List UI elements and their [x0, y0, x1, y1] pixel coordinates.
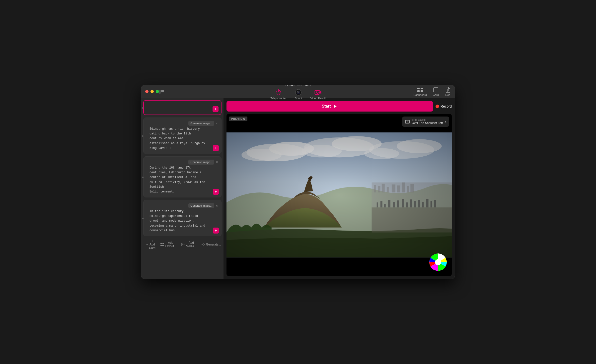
- card-label: Card: [433, 93, 439, 96]
- slide-layout-value: Over The Shoulder Left: [412, 121, 443, 125]
- svg-rect-72: [408, 121, 408, 122]
- shoot-label: Shoot: [295, 97, 302, 100]
- slide-layout-badge[interactable]: Slide Layout Over The Shoulder Left ▾: [402, 117, 449, 127]
- tool-dashboard[interactable]: Dashboard: [413, 87, 427, 96]
- main-content: ▶ + ▶ Generate image... × Edinburgh has …: [141, 98, 455, 279]
- add-card-button[interactable]: + + Add Card: [146, 239, 155, 250]
- slide-layout-prefix: Slide Layout: [412, 119, 443, 121]
- card-icon: [433, 87, 439, 93]
- add-media-label: Add Media...: [186, 241, 197, 248]
- svg-rect-1: [161, 90, 164, 91]
- video-pencil-icon: [314, 88, 322, 96]
- record-button[interactable]: Record: [436, 104, 452, 108]
- titlebar-center: Untitled — Edited Teleprompter: [270, 85, 325, 100]
- chevron-down-icon: ▾: [445, 120, 446, 123]
- dashboard-label: Dashboard: [413, 93, 427, 96]
- svg-point-10: [297, 91, 298, 92]
- svg-rect-24: [162, 243, 164, 244]
- tool-teleprompter[interactable]: Teleprompter: [270, 88, 286, 100]
- color-test-card: [429, 253, 447, 271]
- add-button-0[interactable]: +: [213, 106, 219, 112]
- svg-rect-70: [226, 132, 452, 257]
- add-media-icon: [181, 243, 185, 246]
- right-panel: Start Record PREVIEW: [224, 98, 455, 279]
- slide-layout-icon: [405, 120, 410, 123]
- video-pencil-label: Video Pencil: [310, 97, 326, 100]
- svg-point-28: [203, 244, 204, 245]
- close-card-3[interactable]: ×: [215, 204, 218, 208]
- sidebar-toggle[interactable]: [159, 90, 164, 94]
- teleprompter-label: Teleprompter: [270, 97, 286, 100]
- add-button-2[interactable]: +: [213, 189, 219, 195]
- card-3-text: In the 19th century, Edinburgh experienc…: [149, 209, 208, 233]
- tool-doc[interactable]: Doc: [445, 87, 451, 96]
- add-layout-label: Add Layout...: [165, 241, 176, 248]
- close-button[interactable]: [145, 90, 149, 93]
- card-2: ▶ Generate image... × During the 16th an…: [143, 156, 222, 197]
- card-0-add[interactable]: +: [213, 106, 219, 112]
- maximize-button[interactable]: [156, 90, 159, 93]
- bottom-toolbar: + + Add Card Add Layout...: [143, 239, 222, 250]
- add-layout-button[interactable]: Add Layout...: [160, 241, 176, 248]
- teleprompter-icon: [275, 88, 283, 96]
- add-button-1[interactable]: +: [213, 145, 219, 151]
- action-bar: Start Record: [226, 101, 452, 112]
- card-2-text: During the 16th and 17th centuries, Edin…: [149, 166, 208, 194]
- titlebar-tools: Teleprompter Shoot: [270, 88, 325, 100]
- add-layout-icon: [160, 243, 164, 246]
- add-card-label: + Add Card: [149, 239, 155, 250]
- svg-rect-0: [159, 90, 161, 94]
- preview-label: PREVIEW: [229, 117, 247, 121]
- card-2-play[interactable]: ▶: [142, 176, 144, 178]
- tool-card[interactable]: Card: [433, 87, 439, 96]
- generate-image-button-3[interactable]: Generate image...: [188, 203, 214, 208]
- add-button-3[interactable]: +: [213, 228, 219, 234]
- card-2-top-actions: Generate image... ×: [147, 160, 218, 165]
- close-card-2[interactable]: ×: [215, 160, 218, 164]
- start-label: Start: [322, 104, 331, 109]
- generate-image-button-1[interactable]: Generate image...: [188, 121, 214, 126]
- titlebar-right: Dashboard Card: [413, 87, 451, 96]
- card-3-top-actions: Generate image... ×: [147, 203, 218, 208]
- dashboard-icon: [417, 87, 423, 93]
- generate-image-button-2[interactable]: Generate image...: [188, 160, 214, 165]
- card-0: ▶ +: [143, 100, 222, 115]
- preview-area: PREVIEW: [226, 114, 452, 276]
- svg-rect-12: [417, 88, 420, 89]
- generate-button[interactable]: Generate...: [202, 243, 221, 246]
- shoot-icon: [295, 88, 302, 96]
- skip-forward-icon: [333, 104, 338, 109]
- card-3: ▶ Generate image... × In the 19th centur…: [143, 200, 222, 236]
- svg-rect-2: [161, 91, 164, 92]
- card-0-play[interactable]: ▶: [142, 106, 144, 109]
- svg-rect-23: [160, 243, 162, 244]
- doc-icon: [445, 87, 451, 93]
- tool-shoot[interactable]: Shoot: [295, 88, 302, 100]
- card-1: ▶ Generate image... × Edinburgh has a ri…: [143, 118, 222, 154]
- close-card-1[interactable]: ×: [215, 121, 218, 125]
- add-media-button[interactable]: Add Media...: [181, 241, 197, 248]
- left-panel: ▶ + ▶ Generate image... × Edinburgh has …: [141, 98, 224, 279]
- start-button[interactable]: Start: [226, 101, 433, 112]
- titlebar: Untitled — Edited Teleprompter: [141, 85, 455, 98]
- add-card-icon: +: [146, 243, 148, 246]
- generate-label: Generate...: [206, 243, 221, 246]
- window-title: Untitled — Edited: [285, 85, 310, 87]
- svg-rect-3: [161, 93, 164, 93]
- svg-rect-13: [421, 88, 423, 89]
- app-window: Untitled — Edited Teleprompter: [141, 85, 455, 279]
- svg-point-9: [298, 92, 299, 93]
- card-1-text: Edinburgh has a rich history dating back…: [149, 127, 208, 151]
- svg-point-74: [435, 259, 441, 265]
- minimize-button[interactable]: [150, 90, 154, 93]
- card-1-play[interactable]: ▶: [142, 134, 144, 137]
- doc-label: Doc: [445, 93, 450, 96]
- record-dot: [436, 105, 439, 108]
- card-3-play[interactable]: ▶: [142, 217, 144, 220]
- generate-icon: [202, 243, 205, 246]
- slide-layout-text: Slide Layout Over The Shoulder Left: [412, 119, 443, 125]
- traffic-lights: [145, 90, 159, 93]
- tool-video-pencil[interactable]: Video Pencil: [310, 88, 326, 100]
- svg-rect-33: [337, 105, 337, 108]
- record-label: Record: [441, 104, 452, 108]
